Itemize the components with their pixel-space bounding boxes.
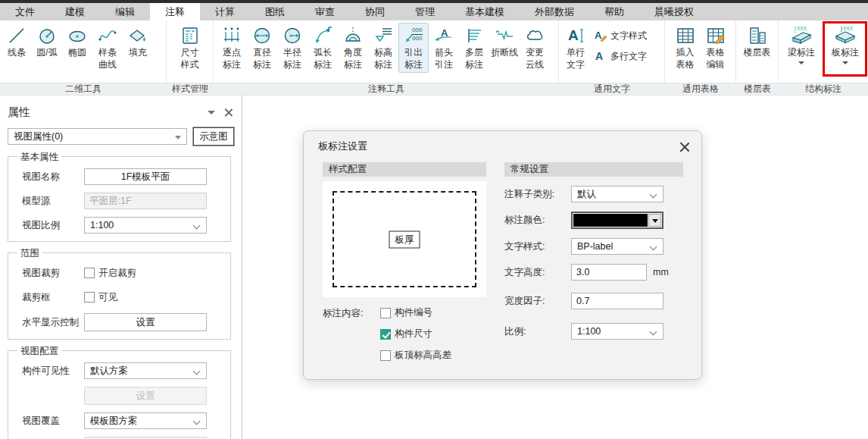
menu-tab-review[interactable]: 审查 [300, 3, 350, 20]
slab-dim-button[interactable]: XXX 板标注 [825, 23, 866, 70]
diameter-dim-button[interactable]: 直径 标注 [247, 23, 277, 73]
range-group: 范围 视图裁剪 开启裁剪 裁剪框 可见 水平显示控制 设置 [8, 252, 231, 340]
multilayer-dim-button[interactable]: 多层 标注 [459, 23, 489, 73]
color-dropdown-icon[interactable] [648, 214, 661, 227]
checkbox-slab-elevation-diff[interactable] [380, 350, 391, 361]
elevation-dim-button[interactable]: 标高 标注 [368, 23, 398, 73]
annotation-color-picker[interactable] [571, 212, 663, 229]
text-style-label: 文字样式 [610, 30, 647, 42]
angle-dim-label: 角度 标注 [344, 47, 362, 71]
multiline-text-icon: A [594, 49, 607, 63]
ribbon-group-annotation-tools: 逐点 标注 直径 标注 半径 标注 弧长 标注 [214, 20, 559, 95]
beam-dim-dropdown-icon[interactable] [798, 61, 804, 67]
component-visibility-value: 默认方案 [90, 365, 128, 378]
view-override-select[interactable]: 模板图方案 [84, 412, 207, 429]
checkbox-component-size[interactable] [380, 329, 391, 340]
menu-tab-collaborate[interactable]: 协同 [350, 3, 400, 20]
floor-table-button[interactable]: 楼层表 [739, 23, 776, 61]
ellipse-button[interactable]: 椭圆 [62, 23, 92, 61]
crop-box-checkbox-label: 可见 [98, 291, 117, 304]
leader-dim-button[interactable]: 000000 引出 标注 [398, 23, 429, 73]
diameter-dim-label: 直径 标注 [253, 47, 271, 71]
multiline-text-button[interactable]: A 多行文字 [594, 49, 647, 63]
circle-arc-button[interactable]: 圆/弧 [32, 23, 62, 61]
arrow-leader-icon: A [433, 25, 454, 46]
crop-box-checkbox[interactable] [84, 292, 95, 303]
checkbox-component-number[interactable] [380, 308, 391, 318]
text-style-select[interactable]: BP-label [571, 238, 663, 255]
insert-table-icon [675, 25, 696, 46]
menu-tab-manage[interactable]: 管理 [400, 3, 450, 20]
menu-tab-basic-modeling[interactable]: 基本建模 [450, 3, 520, 20]
view-override-value: 模板图方案 [90, 415, 138, 428]
component-visibility-select[interactable]: 默认方案 [84, 362, 207, 379]
edit-table-button[interactable]: 表格 编辑 [701, 23, 731, 73]
dim-style-button[interactable]: 尺寸 样式 [175, 23, 205, 73]
view-props-select[interactable]: 视图属性(0) [8, 128, 187, 145]
width-factor-label: 宽度因子: [504, 295, 571, 308]
horizontal-display-label: 水平显示控制 [11, 316, 84, 329]
point-dim-button[interactable]: 逐点 标注 [217, 23, 247, 73]
line-button[interactable]: 线条 [2, 23, 32, 61]
menu-tab-drawing[interactable]: 图纸 [250, 3, 300, 20]
break-line-button[interactable]: 折断线 [489, 23, 520, 61]
single-line-text-button[interactable]: A 单行 文字 [560, 23, 591, 73]
spline-button[interactable]: 样条 曲线 [92, 23, 123, 73]
text-small-buttons: A 文字样式 A 多行文字 [594, 29, 647, 63]
basic-properties-group: 基本属性 视图名称 模型源 视图比例 1:100 [8, 156, 231, 242]
angle-dim-button[interactable]: 角度 标注 [338, 23, 368, 73]
view-scale-select[interactable]: 1:100 [84, 217, 207, 234]
slab-annotation-settings-dialog: 板标注设置 样式配置 板厚 标注内容: 构件编号 构件尺寸 板顶标高高差 [303, 130, 702, 380]
ribbon-group-2d-tools: 线条 圆/弧 椭圆 样条 曲线 [0, 20, 167, 95]
leader-dim-label: 引出 标注 [404, 47, 423, 71]
menu-tab-file[interactable]: 文件 [0, 3, 50, 20]
subcategory-select[interactable]: 默认 [571, 186, 663, 202]
circle-arc-label: 圆/弧 [36, 47, 57, 59]
width-factor-input[interactable] [571, 293, 663, 309]
range-legend: 范围 [17, 247, 42, 260]
slab-dim-label: 板标注 [832, 47, 859, 59]
schematic-button[interactable]: 示意图 [193, 127, 234, 146]
single-line-text-label: 单行 文字 [567, 47, 585, 71]
circle-arc-icon [36, 25, 58, 46]
dialog-close-icon[interactable] [679, 142, 689, 152]
style-config-header: 样式配置 [323, 162, 486, 177]
dim-style-icon [180, 25, 201, 46]
group-label-annotation-tools: 注释工具 [214, 83, 559, 95]
view-scale-label: 视图比例 [11, 219, 84, 232]
visibility-settings-button: 设置 [84, 387, 207, 405]
angle-dim-icon [342, 25, 364, 46]
radius-dim-button[interactable]: 半径 标注 [277, 23, 308, 73]
menu-tab-external-data[interactable]: 外部数据 [520, 3, 589, 20]
panel-close-icon[interactable] [224, 108, 233, 117]
beam-dim-button[interactable]: XXX 梁标注 [781, 23, 822, 70]
insert-table-button[interactable]: 插入 表格 [670, 23, 701, 73]
group-label-floor-table: 楼层表 [736, 83, 779, 95]
view-name-input[interactable] [84, 168, 207, 185]
menu-tab-edit[interactable]: 编辑 [100, 3, 150, 20]
menu-tab-help[interactable]: 帮助 [589, 3, 639, 20]
svg-text:A: A [568, 27, 579, 43]
text-style-select-label: 文字样式: [504, 240, 571, 253]
menu-tab-license[interactable]: 晨曦授权 [639, 3, 709, 20]
arrow-leader-button[interactable]: A 箭头 引注 [429, 23, 459, 73]
svg-text:000: 000 [412, 27, 423, 33]
menu-tab-calculate[interactable]: 计算 [200, 3, 250, 20]
scale-value: 1:100 [577, 326, 601, 337]
text-height-input[interactable] [571, 264, 647, 281]
text-style-button[interactable]: A 文字样式 [594, 29, 647, 42]
scale-select[interactable]: 1:100 [571, 323, 663, 340]
multiline-text-label: 多行文字 [610, 50, 647, 63]
component-visibility-label: 构件可见性 [11, 365, 84, 378]
menu-tab-modeling[interactable]: 建模 [50, 3, 100, 20]
panel-collapse-icon[interactable] [208, 111, 215, 118]
slab-dim-dropdown-icon[interactable] [842, 61, 848, 67]
fill-button[interactable]: 填充 [123, 23, 153, 61]
revision-cloud-button[interactable]: 变更 云线 [520, 23, 550, 73]
horizontal-display-settings-button[interactable]: 设置 [84, 313, 207, 331]
radius-dim-icon [282, 25, 303, 46]
arc-length-dim-button[interactable]: 弧长 标注 [308, 23, 338, 73]
view-crop-checkbox[interactable] [84, 268, 95, 278]
dialog-title: 板标注设置 [318, 140, 679, 153]
menu-tab-annotate[interactable]: 注释 [150, 3, 200, 20]
